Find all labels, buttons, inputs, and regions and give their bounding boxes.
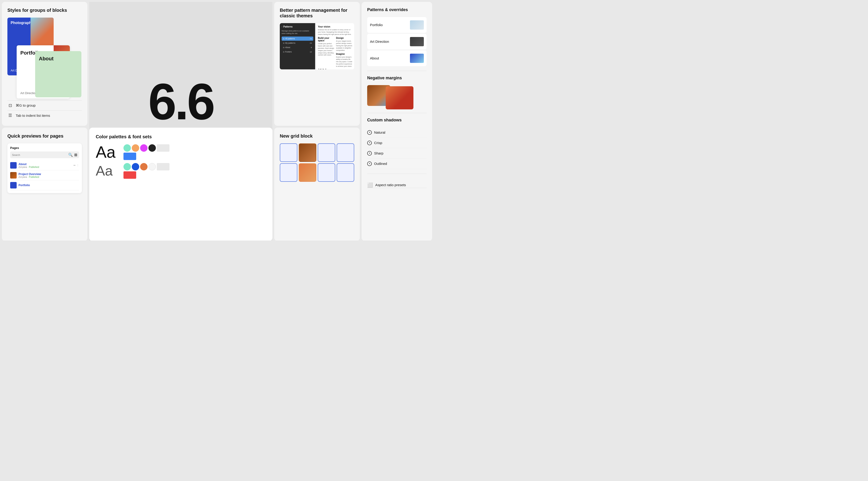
styles-card: Styles for groups of blocks Photography … [2,2,87,126]
grid-cell-1 [280,143,297,162]
version-number: 6.6 [148,76,213,127]
preview-sub3: Create your perfect haven with care and … [318,42,334,56]
pattern-preview: Your vision Embrace the art of curation … [316,23,354,69]
grid-cell-5 [280,163,297,182]
filter-icon[interactable]: ⊞ [74,153,77,157]
sharp-label: Sharp [374,151,383,155]
preview-sub2: At your staged event, perfect design mea… [336,40,352,51]
right-big-card: Patterns & overrides Portfolio Art Direc… [362,2,432,241]
swatch-sand [132,144,139,152]
patterns-about-thumb [410,54,424,63]
shortcuts-section: ⊡ ⌘G to group ☰ Tab to indent list items [7,100,82,120]
swatch-teal2 [123,163,131,171]
aspect-ratio-label: Aspect ratio presets [375,183,406,187]
swatch-black [149,144,156,152]
patterns-about-label: About [370,56,379,60]
patterns-item-portfolio: Portfolio [367,17,427,33]
pages-row-project[interactable]: Project Overview Zoryana · Published [10,171,79,180]
pm-barcode [318,69,352,69]
page-info-about: About Zoryana · Published [19,162,72,168]
aspect-ratio-row: ⬜ Aspect ratio presets [367,182,427,188]
sharp-icon: ✦ [367,151,372,156]
pm-row-all[interactable]: ⊟All patterns 72 [282,36,313,41]
pm-all-label: All patterns [285,37,295,40]
pattern-mockup: ‹ Patterns Manage what patterns are avai… [280,23,354,69]
grid-cell-4 [337,143,354,162]
page-name-project: Project Overview [19,173,79,176]
more-icon[interactable]: ⋮ [76,164,79,167]
crisp-icon: ✦ [367,141,372,145]
outlined-icon: ✦ [367,161,372,166]
shadow-list: ✦ Natural ✦ Crisp ✦ Sharp ✦ Outlined [367,127,427,169]
grid-cell-7 [318,163,335,182]
indent-icon: ☰ [7,113,13,118]
custom-shadows-title: Custom shadows [367,118,427,123]
swatch-light2 [157,163,169,171]
patterns-art-label: Art Direction [370,39,389,43]
page-status-project: Published [29,176,39,178]
patterns-art-thumb [410,37,424,46]
page-meta-project: Zoryana · Published [19,176,79,178]
swatches2 [123,163,170,179]
pages-mockup: Pages Search 🔍 ⊞ About Zoryana · Publish… [7,143,82,193]
negative-margins-section: Negative margins [367,76,427,113]
grid-cell-2 [299,143,316,162]
pm-footers-label: Footers [285,51,292,53]
pages-row-about[interactable]: About Zoryana · Published ✏ ⋮ [10,160,79,171]
pm-about-label: About [285,46,290,49]
pages-row-portfolio[interactable]: Portfolio [10,180,79,190]
neg-img2 [386,86,413,110]
shadow-natural: ✦ Natural [367,127,427,138]
pages-search-input[interactable]: Search [12,154,67,156]
shortcut-group: ⊡ ⌘G to group [7,100,82,110]
quick-previews-title: Quick previews for pages [7,133,82,139]
search-icon: 🔍 [68,153,73,157]
about-card: About [35,51,82,97]
patterns-overrides-section: Patterns & overrides Portfolio Art Direc… [367,7,427,71]
grid-cell-6 [299,163,316,182]
preview-title1: Your vision [318,25,352,28]
styles-title: Styles for groups of blocks [7,7,82,13]
page-thumb-portfolio [10,182,17,188]
art-direction2: Art Direction [20,91,37,95]
pm-desc: Manage what patterns are available when … [282,30,313,35]
crisp-label: Crisp [374,141,382,145]
patterns-list: Portfolio Art Direction About [367,17,427,66]
shortcut-group-text: ⌘G to group [16,103,36,108]
pattern-mgmt-card: Better pattern management for classic th… [274,2,360,126]
pm-row-footers[interactable]: ⊟Footers 12 [282,50,313,54]
swatch-blue [123,153,136,160]
pm-row-my[interactable]: ⊟My patterns 24 [282,41,313,45]
palette-row2: Aa [96,163,266,179]
shadow-outlined: ✦ Outlined [367,159,427,169]
shortcut-indent-text: Tab to indent list items [16,114,50,118]
swatch-red [123,171,136,179]
page-name-about: About [19,162,72,166]
page-status-about: Published [29,166,39,168]
pages-search-bar[interactable]: Search 🔍 ⊞ [10,151,79,158]
pm-my-count: 24 [310,42,312,44]
pm-row-about[interactable]: ⊟About 8 [282,45,313,50]
preview-title3: Build your space [318,37,334,42]
pm-my-label: My patterns [285,42,295,44]
patterns-item-art: Art Direction [367,34,427,50]
swatch-blue2 [132,163,139,171]
patterns-overrides-title: Patterns & overrides [367,7,427,12]
type-sample2: Aa [96,164,119,178]
palette-row1: Aa [96,144,266,160]
page-actions-about: ✏ ⋮ [73,164,79,167]
colors-fonts-title: Color palettes & font sets [96,134,266,140]
natural-label: Natural [374,130,385,134]
preview-sub1: Embrace the art of curation in every cor… [318,29,352,35]
stacked-cards: Photography Art Direction Portfolio Art … [7,18,82,96]
page-info-portfolio: Portfolio [19,184,79,187]
page-info-project: Project Overview Zoryana · Published [19,173,79,178]
pm-back-arrow: ‹ [282,25,282,28]
shadow-crisp: ✦ Crisp [367,138,427,148]
negative-margins-images [367,85,427,108]
preview-title2: Design [336,37,352,39]
pm-all-count: 72 [310,38,312,40]
edit-icon[interactable]: ✏ [73,164,75,167]
group-icon: ⊡ [7,103,13,108]
pattern-mgmt-title: Better pattern management for classic th… [280,7,354,19]
